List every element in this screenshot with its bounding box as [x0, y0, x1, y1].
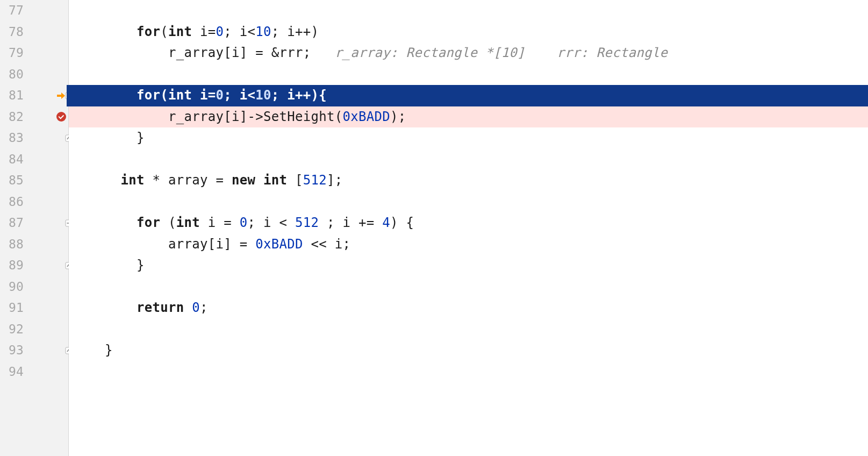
code-line[interactable] [69, 0, 868, 22]
code-line[interactable] [69, 276, 868, 298]
gutter-row[interactable]: 89 [0, 255, 68, 276]
line-number: 87 [0, 212, 24, 234]
gutter-row[interactable]: 84 [0, 149, 68, 170]
line-number: 79 [0, 42, 24, 64]
gutter-row[interactable]: 92 [0, 319, 68, 340]
gutter-row[interactable]: 90 [0, 276, 68, 298]
code-text: for (int i = 0; i < 512 ; i += 4) { [73, 212, 414, 234]
code-line[interactable] [69, 191, 868, 213]
gutter: 777879808182838485868788899091929394 [0, 0, 69, 456]
breakpoint-icon[interactable] [56, 112, 66, 122]
code-line[interactable]: return 0; [69, 297, 868, 319]
line-number: 85 [0, 170, 24, 191]
gutter-row[interactable]: 87 [0, 212, 68, 234]
gutter-icons [24, 42, 68, 64]
gutter-icons [24, 149, 68, 170]
code-text: r_array[i] = &rrr; r_array: Rectangle *[… [73, 42, 668, 64]
code-line[interactable]: for(int i=0; i<10; i++){ [69, 85, 868, 106]
code-text: return 0; [73, 297, 208, 319]
gutter-row[interactable]: 88 [0, 234, 68, 255]
inline-hint: r_array: Rectangle *[10] rrr: Rectangle [335, 45, 668, 60]
line-number: 80 [0, 64, 24, 86]
gutter-icons [24, 255, 68, 276]
code-line[interactable]: r_array[i]->SetHeight(0xBADD); [69, 106, 868, 128]
line-number: 81 [0, 85, 24, 106]
code-text: int * array = new int [512]; [73, 170, 343, 191]
gutter-icons [24, 106, 68, 128]
line-number: 90 [0, 276, 24, 298]
gutter-icons [24, 319, 68, 340]
code-text: r_array[i]->SetHeight(0xBADD); [73, 106, 406, 128]
gutter-icons [24, 340, 68, 361]
gutter-icons [24, 127, 68, 149]
code-line[interactable]: r_array[i] = &rrr; r_array: Rectangle *[… [69, 42, 868, 64]
code-line[interactable]: int * array = new int [512]; [69, 170, 868, 191]
code-line[interactable]: } [69, 127, 868, 149]
gutter-icons [24, 0, 68, 22]
gutter-icons [24, 64, 68, 86]
gutter-icons [24, 212, 68, 234]
line-number: 84 [0, 149, 24, 170]
line-number: 92 [0, 319, 24, 340]
gutter-row[interactable]: 80 [0, 64, 68, 86]
code-line[interactable]: array[i] = 0xBADD << i; [69, 234, 868, 255]
code-line[interactable] [69, 361, 868, 383]
gutter-row[interactable]: 77 [0, 0, 68, 22]
line-number: 93 [0, 340, 24, 361]
code-line[interactable]: for (int i = 0; i < 512 ; i += 4) { [69, 212, 868, 234]
code-text: for(int i=0; i<10; i++) [73, 22, 319, 43]
gutter-icons [24, 276, 68, 298]
gutter-row[interactable]: 94 [0, 361, 68, 383]
line-number: 86 [0, 191, 24, 213]
code-text: for(int i=0; i<10; i++){ [73, 85, 327, 106]
code-area[interactable]: for(int i=0; i<10; i++) r_array[i] = &rr… [69, 0, 868, 456]
code-text: } [73, 127, 145, 149]
gutter-row[interactable]: 79 [0, 42, 68, 64]
code-text: } [73, 255, 145, 276]
line-number: 88 [0, 234, 24, 255]
gutter-row[interactable]: 93 [0, 340, 68, 361]
gutter-row[interactable]: 83 [0, 127, 68, 149]
code-line[interactable] [69, 149, 868, 170]
code-editor: 777879808182838485868788899091929394 for… [0, 0, 868, 456]
code-line[interactable]: } [69, 255, 868, 276]
code-text: array[i] = 0xBADD << i; [73, 234, 350, 255]
line-number: 83 [0, 127, 24, 149]
gutter-row[interactable]: 81 [0, 85, 68, 106]
code-line[interactable] [69, 319, 868, 340]
line-number: 94 [0, 361, 24, 383]
line-number: 78 [0, 22, 24, 43]
code-line[interactable] [69, 64, 868, 86]
gutter-icons [24, 361, 68, 383]
gutter-row[interactable]: 78 [0, 22, 68, 43]
gutter-icons [24, 22, 68, 43]
code-line[interactable]: } [69, 340, 868, 361]
code-line[interactable]: for(int i=0; i<10; i++) [69, 22, 868, 43]
gutter-icons [24, 170, 68, 191]
gutter-row[interactable]: 82 [0, 106, 68, 128]
gutter-icons [24, 297, 68, 319]
line-number: 82 [0, 106, 24, 128]
gutter-icons [24, 191, 68, 213]
gutter-icons [24, 85, 68, 106]
line-number: 91 [0, 297, 24, 319]
gutter-row[interactable]: 86 [0, 191, 68, 213]
line-number: 89 [0, 255, 24, 276]
gutter-row[interactable]: 85 [0, 170, 68, 191]
line-number: 77 [0, 0, 24, 22]
gutter-icons [24, 234, 68, 255]
gutter-row[interactable]: 91 [0, 297, 68, 319]
code-text: } [73, 340, 113, 361]
